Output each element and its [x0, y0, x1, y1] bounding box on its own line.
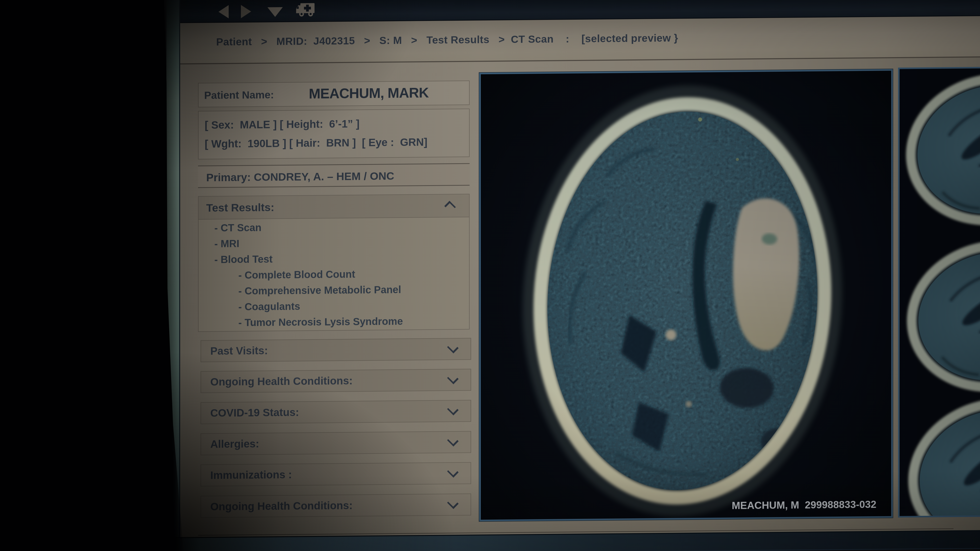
test-result-blood-test[interactable]: - Blood Test — [199, 249, 469, 268]
patient-attributes-line2: [ Wght: 190LB ] [ Hair: BRN ] [ Eye : GR… — [205, 136, 428, 150]
patient-name-label: Patient Name: — [204, 89, 274, 101]
chevron-down-icon[interactable] — [447, 435, 458, 446]
breadcrumb-bar: Patient > MRID: J402315 > S: M > Test Re… — [180, 16, 980, 64]
accordion-label: COVID-19 Status: — [210, 406, 299, 419]
accordion-ongoing-health-conditions-2[interactable]: Ongoing Health Conditions: — [200, 494, 471, 518]
ct-patient-tag: MEACHUM, M 299988833-032 — [732, 499, 877, 511]
accordion-immunizations[interactable]: Immunizations : — [200, 462, 471, 486]
chevron-up-icon[interactable] — [444, 201, 456, 212]
accordion-label: Allergies: — [210, 438, 259, 451]
breadcrumb[interactable]: Patient > MRID: J402315 > S: M > Test Re… — [216, 32, 678, 48]
accordion-allergies[interactable]: Allergies: — [200, 431, 471, 455]
chevron-down-icon[interactable] — [267, 7, 283, 17]
primary-physician-box: Primary: CONDREY, A. – HEM / ONC — [198, 163, 469, 188]
ct-scan-preview[interactable]: MEACHUM, M 299988833-032 — [479, 69, 893, 521]
test-result-cmp[interactable]: - Comprehensive Metabolic Panel — [199, 281, 469, 299]
forward-arrow-icon[interactable] — [241, 5, 251, 18]
patient-name-box: Patient Name: MEACHUM, MARK — [198, 81, 469, 107]
accordion-label: Ongoing Health Conditions: — [210, 375, 353, 388]
test-results-header[interactable]: Test Results: — [199, 194, 469, 220]
test-result-cbc[interactable]: - Complete Blood Count — [199, 265, 469, 283]
test-result-ct-scan[interactable]: - CT Scan — [199, 218, 469, 236]
ct-thumbnails-image — [900, 68, 980, 516]
test-results-list: - CT Scan - MRI - Blood Test - Complete … — [199, 218, 469, 331]
accordion-past-visits[interactable]: Past Visits: — [200, 338, 471, 362]
ct-brain-image — [481, 71, 891, 519]
chevron-down-icon[interactable] — [447, 466, 458, 478]
accordion-label: Past Visits: — [210, 345, 268, 357]
chevron-down-icon[interactable] — [447, 342, 458, 353]
chevron-down-icon[interactable] — [447, 404, 458, 415]
patient-attributes-box: [ Sex: MALE ] [ Height: 6’-1” ] [ Wght: … — [198, 109, 469, 159]
test-result-mri[interactable]: - MRI — [199, 233, 469, 252]
test-result-tnls[interactable]: - Tumor Necrosis Lysis Syndrome — [199, 313, 469, 331]
patient-name-value: MEACHUM, MARK — [309, 84, 429, 102]
chevron-down-icon[interactable] — [447, 373, 458, 384]
ct-thumbnail-strip[interactable] — [898, 67, 980, 518]
patient-attributes-line1: [ Sex: MALE ] [ Height: 6’-1” ] — [205, 118, 360, 131]
photo-of-monitor: Patient > MRID: J402315 > S: M > Test Re… — [0, 0, 980, 551]
accordion-ongoing-health-conditions[interactable]: Ongoing Health Conditions: — [200, 369, 471, 393]
test-results-section: Test Results: - CT Scan - MRI - Blood Te… — [198, 194, 469, 332]
back-arrow-icon[interactable] — [218, 5, 229, 18]
chevron-down-icon[interactable] — [447, 497, 458, 509]
foreground-object — [0, 0, 179, 551]
test-result-coagulants[interactable]: - Coagulants — [199, 297, 469, 315]
test-results-title: Test Results: — [206, 201, 274, 214]
accordion-label: Immunizations : — [210, 468, 292, 482]
primary-physician: Primary: CONDREY, A. – HEM / ONC — [206, 170, 394, 184]
monitor-screen: Patient > MRID: J402315 > S: M > Test Re… — [166, 0, 980, 551]
ambulance-icon[interactable] — [296, 2, 315, 18]
accordion-covid19-status[interactable]: COVID-19 Status: — [200, 400, 471, 424]
accordion-label: Ongoing Health Conditions: — [210, 499, 353, 513]
